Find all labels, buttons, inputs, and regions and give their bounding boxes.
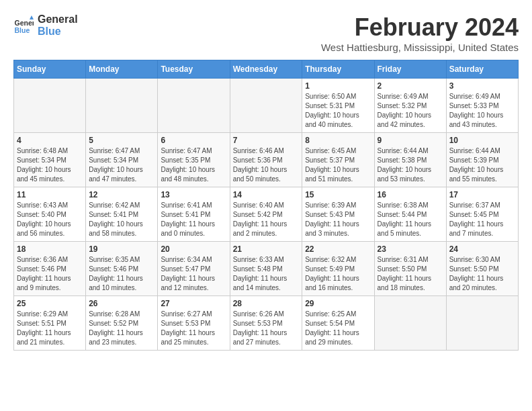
- calendar-cell: 2Sunrise: 6:49 AM Sunset: 5:32 PM Daylig…: [374, 79, 446, 133]
- page-subtitle: West Hattiesburg, Mississippi, United St…: [321, 42, 519, 53]
- day-number: 19: [89, 244, 154, 254]
- calendar-cell: 3Sunrise: 6:49 AM Sunset: 5:33 PM Daylig…: [446, 79, 518, 133]
- calendar-body: 1Sunrise: 6:50 AM Sunset: 5:31 PM Daylig…: [14, 79, 519, 351]
- calendar-cell: 9Sunrise: 6:44 AM Sunset: 5:38 PM Daylig…: [374, 133, 446, 187]
- calendar-cell: 26Sunrise: 6:28 AM Sunset: 5:52 PM Dayli…: [86, 296, 158, 351]
- day-number: 26: [89, 299, 154, 308]
- day-number: 9: [378, 136, 443, 145]
- calendar-cell: [446, 296, 518, 351]
- day-detail: Sunrise: 6:25 AM Sunset: 5:54 PM Dayligh…: [305, 310, 371, 347]
- day-number: 29: [305, 299, 371, 308]
- day-number: 11: [17, 190, 83, 199]
- day-detail: Sunrise: 6:44 AM Sunset: 5:39 PM Dayligh…: [449, 146, 515, 184]
- calendar-cell: [158, 79, 230, 133]
- calendar-header-day: Friday: [374, 60, 446, 79]
- logo-blue: Blue: [38, 26, 78, 38]
- day-detail: Sunrise: 6:27 AM Sunset: 5:53 PM Dayligh…: [161, 310, 226, 347]
- day-detail: Sunrise: 6:29 AM Sunset: 5:51 PM Dayligh…: [17, 310, 83, 347]
- day-detail: Sunrise: 6:38 AM Sunset: 5:44 PM Dayligh…: [378, 201, 443, 238]
- calendar-cell: 13Sunrise: 6:41 AM Sunset: 5:41 PM Dayli…: [158, 187, 230, 242]
- calendar-cell: 28Sunrise: 6:26 AM Sunset: 5:53 PM Dayli…: [230, 296, 302, 351]
- day-detail: Sunrise: 6:36 AM Sunset: 5:46 PM Dayligh…: [17, 255, 83, 293]
- day-number: 16: [378, 190, 443, 199]
- title-block: February 2024 West Hattiesburg, Mississi…: [321, 13, 519, 53]
- day-detail: Sunrise: 6:37 AM Sunset: 5:45 PM Dayligh…: [449, 201, 515, 238]
- calendar-cell: 5Sunrise: 6:47 AM Sunset: 5:34 PM Daylig…: [86, 133, 158, 187]
- day-number: 18: [17, 244, 83, 254]
- calendar-cell: 22Sunrise: 6:32 AM Sunset: 5:49 PM Dayli…: [302, 242, 374, 296]
- day-detail: Sunrise: 6:40 AM Sunset: 5:42 PM Dayligh…: [233, 201, 300, 238]
- day-number: 28: [233, 299, 300, 308]
- day-detail: Sunrise: 6:45 AM Sunset: 5:37 PM Dayligh…: [305, 146, 371, 184]
- calendar-cell: 12Sunrise: 6:42 AM Sunset: 5:41 PM Dayli…: [86, 187, 158, 242]
- calendar-header-day: Wednesday: [230, 60, 302, 79]
- calendar-cell: 18Sunrise: 6:36 AM Sunset: 5:46 PM Dayli…: [14, 242, 86, 296]
- day-detail: Sunrise: 6:42 AM Sunset: 5:41 PM Dayligh…: [89, 201, 154, 238]
- day-detail: Sunrise: 6:49 AM Sunset: 5:32 PM Dayligh…: [378, 92, 443, 130]
- calendar-table: SundayMondayTuesdayWednesdayThursdayFrid…: [13, 60, 519, 351]
- page-header: General Blue General Blue February 2024 …: [13, 13, 519, 53]
- calendar-cell: 23Sunrise: 6:31 AM Sunset: 5:50 PM Dayli…: [374, 242, 446, 296]
- day-number: 22: [305, 244, 371, 254]
- day-number: 5: [89, 136, 154, 145]
- day-detail: Sunrise: 6:33 AM Sunset: 5:48 PM Dayligh…: [233, 255, 300, 293]
- day-number: 13: [161, 190, 226, 199]
- day-detail: Sunrise: 6:48 AM Sunset: 5:34 PM Dayligh…: [17, 146, 83, 184]
- day-number: 4: [17, 136, 83, 145]
- calendar-header-day: Saturday: [446, 60, 518, 79]
- day-number: 7: [233, 136, 300, 145]
- calendar-cell: 19Sunrise: 6:35 AM Sunset: 5:46 PM Dayli…: [86, 242, 158, 296]
- day-detail: Sunrise: 6:50 AM Sunset: 5:31 PM Dayligh…: [305, 92, 371, 130]
- calendar-week-row: 4Sunrise: 6:48 AM Sunset: 5:34 PM Daylig…: [14, 133, 519, 187]
- calendar-week-row: 25Sunrise: 6:29 AM Sunset: 5:51 PM Dayli…: [14, 296, 519, 351]
- calendar-cell: 27Sunrise: 6:27 AM Sunset: 5:53 PM Dayli…: [158, 296, 230, 351]
- calendar-cell: [230, 79, 302, 133]
- day-number: 23: [378, 244, 443, 254]
- day-number: 8: [305, 136, 371, 145]
- calendar-cell: 24Sunrise: 6:30 AM Sunset: 5:50 PM Dayli…: [446, 242, 518, 296]
- day-number: 12: [89, 190, 154, 199]
- day-number: 14: [233, 190, 300, 199]
- day-detail: Sunrise: 6:47 AM Sunset: 5:34 PM Dayligh…: [89, 146, 154, 184]
- day-number: 3: [449, 81, 515, 91]
- day-detail: Sunrise: 6:47 AM Sunset: 5:35 PM Dayligh…: [161, 146, 226, 184]
- day-detail: Sunrise: 6:31 AM Sunset: 5:50 PM Dayligh…: [378, 255, 443, 293]
- day-detail: Sunrise: 6:28 AM Sunset: 5:52 PM Dayligh…: [89, 310, 154, 347]
- calendar-cell: 15Sunrise: 6:39 AM Sunset: 5:43 PM Dayli…: [302, 187, 374, 242]
- day-detail: Sunrise: 6:34 AM Sunset: 5:47 PM Dayligh…: [161, 255, 226, 293]
- calendar-week-row: 11Sunrise: 6:43 AM Sunset: 5:40 PM Dayli…: [14, 187, 519, 242]
- day-number: 27: [161, 299, 226, 308]
- svg-text:Blue: Blue: [15, 26, 30, 34]
- calendar-cell: [86, 79, 158, 133]
- calendar-cell: 8Sunrise: 6:45 AM Sunset: 5:37 PM Daylig…: [302, 133, 374, 187]
- day-number: 25: [17, 299, 83, 308]
- calendar-cell: 11Sunrise: 6:43 AM Sunset: 5:40 PM Dayli…: [14, 187, 86, 242]
- day-detail: Sunrise: 6:49 AM Sunset: 5:33 PM Dayligh…: [449, 92, 515, 130]
- calendar-cell: 29Sunrise: 6:25 AM Sunset: 5:54 PM Dayli…: [302, 296, 374, 351]
- calendar-header-day: Sunday: [14, 60, 86, 79]
- day-detail: Sunrise: 6:35 AM Sunset: 5:46 PM Dayligh…: [89, 255, 154, 293]
- calendar-cell: 1Sunrise: 6:50 AM Sunset: 5:31 PM Daylig…: [302, 79, 374, 133]
- day-number: 17: [449, 190, 515, 199]
- calendar-week-row: 1Sunrise: 6:50 AM Sunset: 5:31 PM Daylig…: [14, 79, 519, 133]
- calendar-cell: 7Sunrise: 6:46 AM Sunset: 5:36 PM Daylig…: [230, 133, 302, 187]
- svg-marker-2: [30, 15, 34, 19]
- day-number: 10: [449, 136, 515, 145]
- calendar-header-day: Tuesday: [158, 60, 230, 79]
- day-detail: Sunrise: 6:32 AM Sunset: 5:49 PM Dayligh…: [305, 255, 371, 293]
- day-detail: Sunrise: 6:30 AM Sunset: 5:50 PM Dayligh…: [449, 255, 515, 293]
- calendar-cell: 21Sunrise: 6:33 AM Sunset: 5:48 PM Dayli…: [230, 242, 302, 296]
- day-number: 21: [233, 244, 300, 254]
- day-detail: Sunrise: 6:43 AM Sunset: 5:40 PM Dayligh…: [17, 201, 83, 238]
- day-detail: Sunrise: 6:46 AM Sunset: 5:36 PM Dayligh…: [233, 146, 300, 184]
- logo-general: General: [38, 13, 78, 26]
- logo-icon: General Blue: [13, 15, 34, 36]
- calendar-header-day: Thursday: [302, 60, 374, 79]
- day-number: 6: [161, 136, 226, 145]
- day-number: 15: [305, 190, 371, 199]
- day-detail: Sunrise: 6:39 AM Sunset: 5:43 PM Dayligh…: [305, 201, 371, 238]
- calendar-cell: 16Sunrise: 6:38 AM Sunset: 5:44 PM Dayli…: [374, 187, 446, 242]
- calendar-cell: 17Sunrise: 6:37 AM Sunset: 5:45 PM Dayli…: [446, 187, 518, 242]
- day-number: 24: [449, 244, 515, 254]
- calendar-cell: 14Sunrise: 6:40 AM Sunset: 5:42 PM Dayli…: [230, 187, 302, 242]
